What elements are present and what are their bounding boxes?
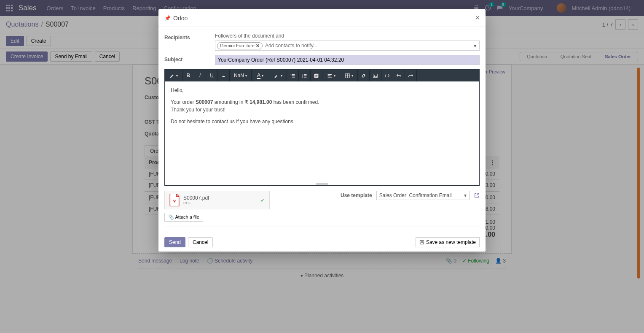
font-color-dropdown[interactable]: A: [252, 70, 269, 81]
code-view-button[interactable]: [381, 70, 393, 81]
svg-rect-15: [292, 76, 295, 77]
send-button[interactable]: Send: [164, 237, 185, 247]
editor-body[interactable]: Hello, Your order S00007 amounting in ₹ …: [165, 81, 479, 183]
align-dropdown[interactable]: [322, 70, 340, 81]
svg-point-12: [291, 75, 292, 76]
body-line3: Do not hesitate to contact us if you hav…: [171, 118, 473, 125]
subject-input[interactable]: [215, 55, 480, 65]
bold-button[interactable]: B: [182, 70, 194, 81]
editor-toolbar: B I U NaN A 123: [165, 70, 479, 81]
external-link-icon[interactable]: [474, 192, 480, 200]
svg-rect-11: [292, 74, 295, 75]
svg-point-30: [374, 75, 375, 76]
pin-icon: 📌: [164, 15, 171, 21]
save-as-template-button[interactable]: Save as new template: [416, 237, 480, 247]
unordered-list-button[interactable]: [287, 70, 299, 81]
recipients-label: Recipients: [164, 33, 215, 51]
table-dropdown[interactable]: [340, 70, 358, 81]
ordered-list-button[interactable]: 123: [299, 70, 311, 81]
highlight-dropdown[interactable]: [269, 70, 287, 81]
remove-format-button[interactable]: [218, 70, 230, 81]
rich-text-editor: B I U NaN A 123: [164, 69, 480, 186]
use-template-label: Use template: [341, 191, 372, 198]
modal-cancel-button[interactable]: Cancel: [188, 237, 213, 247]
svg-text:3: 3: [302, 76, 303, 78]
pdf-icon: [169, 194, 180, 206]
attachment-name: S00007.pdf: [183, 195, 209, 201]
svg-rect-21: [304, 76, 307, 77]
svg-rect-24: [327, 75, 330, 76]
recipients-input[interactable]: Gemini Furniture ✕ ▾: [215, 41, 480, 51]
link-button[interactable]: [358, 70, 370, 81]
svg-point-10: [291, 74, 292, 75]
attachment-item[interactable]: S00007.pdf PDF ✓: [164, 191, 270, 209]
redo-button[interactable]: [405, 70, 417, 81]
attachment-check-icon: ✓: [260, 197, 265, 203]
underline-button[interactable]: U: [206, 70, 218, 81]
editor-resize-handle[interactable]: [165, 183, 479, 185]
font-size-dropdown[interactable]: NaN: [230, 70, 252, 81]
email-compose-modal: 📌 Odoo × Recipients Followers of the doc…: [158, 9, 486, 252]
attach-file-button[interactable]: 📎 Attach a file: [164, 213, 203, 222]
svg-rect-25: [327, 76, 332, 77]
svg-rect-13: [292, 75, 295, 76]
recipient-tag[interactable]: Gemini Furniture ✕: [217, 42, 263, 49]
recipients-text-input[interactable]: [264, 42, 478, 49]
modal-title: Odoo: [173, 15, 188, 22]
body-greeting: Hello,: [171, 87, 473, 94]
image-button[interactable]: [370, 70, 381, 81]
italic-button[interactable]: I: [194, 70, 206, 81]
close-icon[interactable]: ×: [475, 14, 480, 22]
checklist-button[interactable]: [311, 70, 322, 81]
svg-rect-23: [327, 74, 332, 75]
undo-button[interactable]: [393, 70, 405, 81]
svg-rect-17: [304, 74, 307, 75]
remove-tag-icon[interactable]: ✕: [256, 43, 260, 49]
modal-overlay: 📌 Odoo × Recipients Followers of the doc…: [0, 0, 644, 287]
svg-point-14: [291, 76, 292, 77]
save-icon: [419, 240, 424, 245]
template-select[interactable]: Sales Order: Confirmation Email: [376, 191, 470, 200]
editor-style-dropdown[interactable]: [165, 70, 182, 81]
recipients-dropdown-icon[interactable]: ▾: [474, 43, 477, 49]
subject-label: Subject: [164, 55, 215, 65]
attachment-type: PDF: [183, 201, 209, 205]
recipients-hint: Followers of the document and: [215, 33, 480, 39]
svg-rect-19: [304, 75, 307, 76]
body-line1: Your order S00007 amounting in ₹ 14,981.…: [171, 98, 473, 114]
